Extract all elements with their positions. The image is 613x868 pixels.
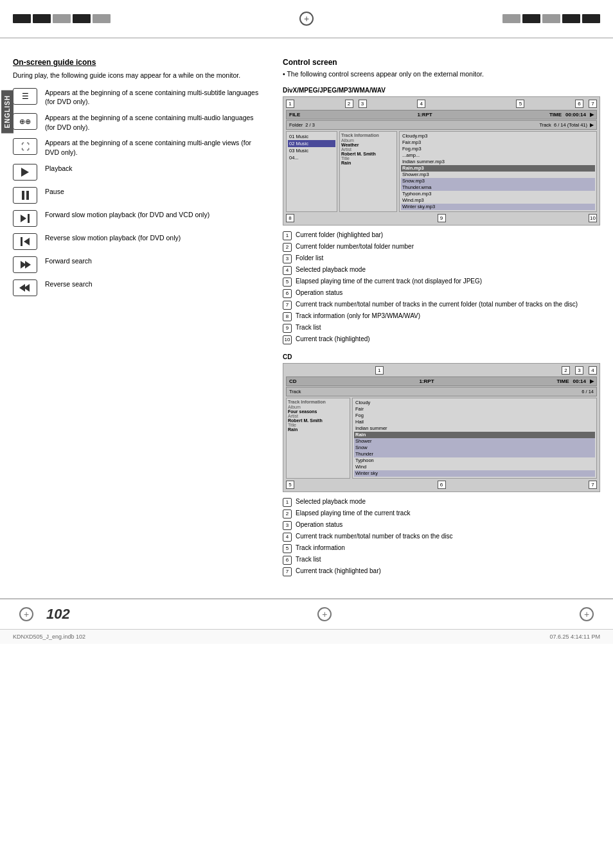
icon-row-angle: ⛶ Appears at the beginning of a scene co… <box>13 138 263 157</box>
divx-item-10: 10 Current track (highlighted) <box>283 335 600 344</box>
angle-icon-desc: Appears at the beginning of a scene cont… <box>45 138 263 157</box>
divx-item-1-num: 1 <box>283 231 292 240</box>
right-section-title: Control screen <box>283 58 600 67</box>
multi-audio-icon-box: ⊕⊕ <box>13 113 37 130</box>
cd-header-arrow: ▶ <box>590 378 594 384</box>
divx-num-1: 1 <box>286 100 294 108</box>
divx-num-3: 3 <box>359 100 367 108</box>
divx-item-6: 6 Operation status <box>283 288 600 298</box>
cd-track-fair: Fair <box>354 406 595 412</box>
cd-header-cd: CD <box>289 378 297 384</box>
fwd-slow-icon-box <box>13 210 37 227</box>
fwd-search-icon-box <box>13 256 37 273</box>
divx-header-arrow: ▶ <box>590 112 594 118</box>
divx-num-2: 2 <box>345 100 353 108</box>
icon-row-multi-audio: ⊕⊕ Appears at the beginning of a scene c… <box>13 113 263 132</box>
divx-track-amp: ...amp... <box>401 152 595 159</box>
cd-track-wind: Wind <box>354 464 595 470</box>
divx-track-typhoon: Typhoon.mp3 <box>401 191 595 197</box>
divx-item-4-num: 4 <box>283 266 292 275</box>
divx-track-thunder: Thunder.wma <box>401 184 595 191</box>
fwd-search-icon-desc: Forward search <box>45 256 263 266</box>
cd-item-2: 2 Elapsed playing time of the current tr… <box>283 509 600 518</box>
divx-label: DivX/MPEG/JPEG/MP3/WMA/WAV <box>283 87 600 94</box>
bar-block-1 <box>13 14 31 23</box>
cd-item-5-num: 5 <box>283 544 292 553</box>
divx-item-10-num: 10 <box>283 335 292 344</box>
fwd-slow-symbol <box>21 214 30 223</box>
language-tab: ENGLISH <box>1 90 13 133</box>
fwd-slow-icon-desc: Forward slow motion playback (for DVD an… <box>45 210 263 220</box>
divx-info-weather: Weather <box>341 143 395 147</box>
divx-folder-03: 03 Music <box>288 147 335 154</box>
divx-info-track-info: Track Information <box>341 133 395 137</box>
divx-info-album: Album <box>341 138 395 143</box>
page-number: 102 <box>46 606 70 623</box>
divx-track-num: 6 / 14 (Total 41) <box>554 122 587 128</box>
rev-slow-icon-box <box>13 233 37 250</box>
divx-item-3-num: 3 <box>283 254 292 263</box>
cd-item-2-num: 2 <box>283 509 292 518</box>
cd-info-rain: Rain <box>288 427 348 432</box>
rev-search-icon-box <box>13 279 37 296</box>
cd-info-album: Album <box>288 405 348 409</box>
divx-item-5-num: 5 <box>283 278 292 287</box>
divx-item-6-num: 6 <box>283 289 292 298</box>
rev-slow-symbol <box>21 237 30 246</box>
bar-block-r1 <box>502 14 520 23</box>
cd-track-typhoon: Typhoon <box>354 457 595 464</box>
divx-header-time: TIME <box>549 112 562 118</box>
cd-track-indian: Indian summer <box>354 425 595 432</box>
cd-info-artist: Artist <box>288 414 348 418</box>
divx-num-8: 8 <box>286 214 294 222</box>
cd-track-snow: Snow <box>354 445 595 451</box>
cd-item-7-num: 7 <box>283 567 292 576</box>
cd-track-label: Track <box>289 389 301 394</box>
cd-num-5: 5 <box>286 481 294 489</box>
divx-header-file: FILE <box>289 112 300 118</box>
cd-track-hail: Hail <box>354 419 595 425</box>
divx-track-indian: Indian summer.mp3 <box>401 159 595 165</box>
right-section: Control screen • The following control s… <box>283 58 600 585</box>
cd-header-time: TIME <box>556 378 569 384</box>
cd-num-3: 3 <box>575 366 583 375</box>
divx-item-2-num: 2 <box>283 243 292 252</box>
divx-track-label: Track <box>539 122 551 128</box>
cd-num-7: 7 <box>589 481 597 489</box>
divx-num-7: 7 <box>589 100 597 108</box>
divx-header-mode: 1:RPT <box>418 112 432 118</box>
divx-track-fog: Fog.mp3 <box>401 146 595 152</box>
subtitle-icon-desc: Appears at the beginning of a scene cont… <box>45 88 263 107</box>
cd-track-rain: Rain <box>354 432 595 438</box>
bar-block-5 <box>93 14 111 23</box>
bar-block-r5 <box>582 14 600 23</box>
icon-row-rev-slow: Reverse slow motion playback (for DVD on… <box>13 233 263 250</box>
divx-info-title: Title <box>341 156 395 161</box>
pause-symbol <box>22 191 29 200</box>
cd-num-4: 4 <box>589 366 597 375</box>
cd-track-winter: Winter sky <box>354 470 595 477</box>
cd-item-3: 3 Operation status <box>283 520 600 530</box>
divx-item-9: 9 Track list <box>283 323 600 333</box>
subtitle-icon-box: ☰ <box>13 88 37 105</box>
icon-row-pause: Pause <box>13 187 263 204</box>
cd-numbered-list: 1 Selected playback mode 2 Elapsed playi… <box>283 497 600 576</box>
cd-num-6: 6 <box>438 481 446 489</box>
cd-track-num: 6 / 14 <box>582 389 594 394</box>
icon-row-playback: Playback <box>13 164 263 181</box>
cd-item-4: 4 Current track number/total number of t… <box>283 532 600 542</box>
top-bar <box>0 0 613 39</box>
divx-screen-mockup: 1 2 3 4 5 6 7 FILE 1:RPT <box>283 96 600 226</box>
divx-item-9-num: 9 <box>283 324 292 333</box>
divx-num-4: 4 <box>417 100 425 108</box>
cd-header-elapsed: 00:14 <box>573 378 586 384</box>
divx-track-fair: Fair.mp3 <box>401 139 595 146</box>
bar-block-r4 <box>562 14 580 23</box>
cd-track-thunder: Thunder <box>354 451 595 457</box>
cd-item-7: 7 Current track (highlighted bar) <box>283 567 600 576</box>
left-section-subtitle: During play, the following guide icons m… <box>13 71 263 80</box>
rev-search-icon-desc: Reverse search <box>45 279 263 289</box>
pause-icon-box <box>13 187 37 204</box>
cd-item-6: 6 Track list <box>283 555 600 565</box>
cd-screen-mockup: 1 2 3 4 CD 1:RPT TIME 00:14 ▶ <box>283 363 600 492</box>
